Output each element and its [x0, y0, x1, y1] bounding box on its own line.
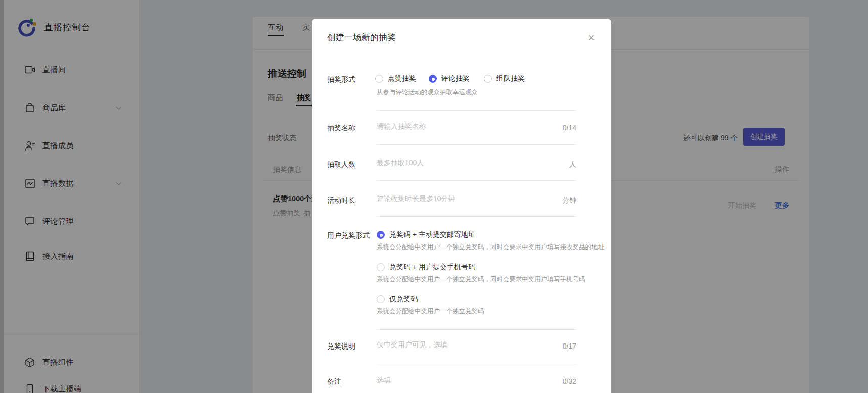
field-label-redeem: 用户兑奖形式: [327, 231, 370, 240]
radio-option-redeem-code-only[interactable]: 仅兑奖码: [377, 294, 418, 304]
redeem-note-input[interactable]: [377, 340, 528, 349]
note-counter: 0/17: [526, 342, 576, 350]
remark-input[interactable]: [377, 376, 528, 384]
radio-icon[interactable]: [377, 295, 385, 303]
radio-option-redeem-address[interactable]: 兑奖码 + 主动提交邮寄地址: [377, 230, 475, 239]
redeem-option-desc: 系统会分配给中奖用户一个独立兑奖码，同时会要求中奖用户填写手机号码: [377, 275, 585, 284]
radio-selected-icon[interactable]: [377, 231, 385, 239]
modal-title: 创建一场新的抽奖: [327, 32, 396, 43]
count-unit: 人: [526, 160, 576, 169]
field-divider: [377, 216, 576, 217]
radio-label: 兑奖码 + 用户提交手机号码: [389, 263, 475, 272]
field-label-remark: 备注: [327, 377, 341, 386]
radio-option-like-lottery[interactable]: 点赞抽奖: [375, 74, 416, 83]
radio-icon[interactable]: [375, 75, 383, 83]
form-type-helper: 从参与评论活动的观众抽取幸运观众: [377, 88, 478, 97]
radio-selected-icon[interactable]: [429, 75, 437, 83]
redeem-option-desc: 系统会分配给中奖用户一个独立兑奖码，同时会要求中奖用户填写接收奖品的地址: [377, 243, 604, 252]
field-label-name: 抽奖名称: [327, 124, 355, 133]
radio-label: 组队抽奖: [496, 74, 525, 83]
close-icon[interactable]: ×: [584, 31, 599, 45]
winner-count-input[interactable]: [377, 159, 528, 167]
field-label-form-type: 抽奖形式: [327, 75, 355, 84]
field-divider: [377, 180, 576, 181]
radio-icon[interactable]: [377, 263, 385, 271]
duration-input[interactable]: [377, 194, 528, 203]
radio-label: 兑奖码 + 主动提交邮寄地址: [389, 230, 475, 239]
redeem-option-desc: 系统会分配给中奖用户一个独立兑奖码: [377, 307, 484, 316]
field-label-note: 兑奖说明: [327, 342, 355, 351]
field-divider: [377, 364, 576, 364]
remark-counter: 0/32: [526, 377, 576, 385]
create-lottery-modal: 创建一场新的抽奖 × 抽奖形式 点赞抽奖 评论抽奖 组队抽奖 从参与评论活动的观…: [312, 19, 611, 393]
radio-option-team-lottery[interactable]: 组队抽奖: [484, 74, 525, 83]
field-label-count: 抽取人数: [327, 160, 355, 169]
radio-icon[interactable]: [484, 75, 492, 83]
lottery-name-input[interactable]: [377, 122, 528, 130]
radio-label: 点赞抽奖: [388, 74, 416, 83]
radio-label: 评论抽奖: [441, 74, 470, 83]
field-divider: [377, 329, 576, 330]
field-divider: [377, 144, 576, 145]
radio-option-comment-lottery[interactable]: 评论抽奖: [429, 74, 470, 83]
field-divider: [377, 110, 576, 111]
duration-unit: 分钟: [526, 196, 576, 205]
radio-option-redeem-phone[interactable]: 兑奖码 + 用户提交手机号码: [377, 263, 475, 272]
field-label-duration: 活动时长: [327, 196, 355, 205]
radio-label: 仅兑奖码: [389, 294, 418, 304]
name-counter: 0/14: [526, 124, 576, 132]
